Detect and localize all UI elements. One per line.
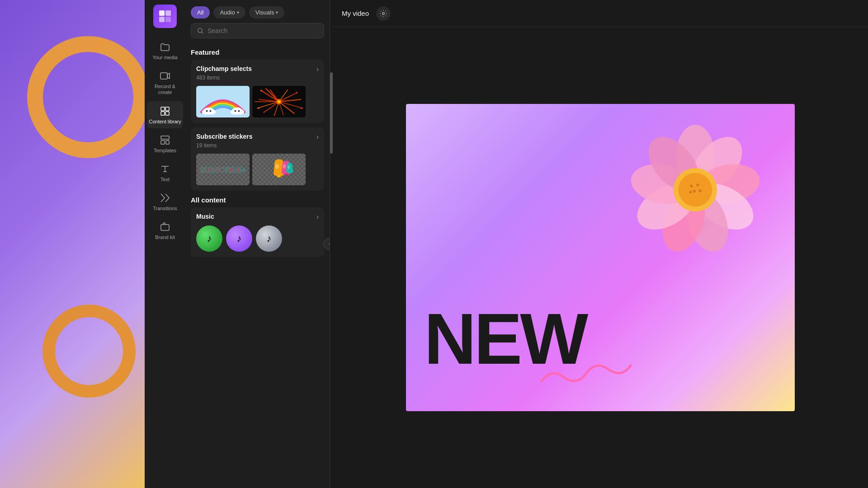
svg-point-83 [689, 191, 692, 193]
collection-header: Clipchamp selects 483 items › [196, 65, 319, 81]
svg-point-19 [210, 110, 212, 112]
music-arrow-icon: › [316, 213, 319, 221]
sidebar: Your media Record &create Content librar… [145, 0, 185, 488]
flower-decoration [623, 117, 768, 281]
subscribe-thumbs: SUBSCRIBE+ SUBSCRIBE+ [196, 154, 319, 185]
sidebar-item-your-media[interactable]: Your media [147, 37, 183, 64]
svg-rect-5 [161, 107, 165, 111]
svg-point-46 [274, 114, 275, 116]
sidebar-item-label-text: Text [160, 177, 170, 183]
svg-point-13 [198, 28, 202, 33]
subscribe-arrow-icon: › [316, 133, 319, 141]
filter-visuals-button[interactable]: Visuals ▾ [249, 6, 285, 19]
svg-point-79 [690, 184, 693, 187]
collection-thumbs [196, 86, 319, 117]
svg-rect-0 [159, 10, 165, 16]
music-note-3-icon: ♪ [267, 233, 272, 244]
folder-icon [160, 42, 170, 52]
search-icon [197, 27, 204, 34]
sidebar-item-label-content-library: Content library [149, 119, 181, 125]
svg-point-17 [208, 109, 216, 115]
visuals-chevron-icon: ▾ [276, 10, 278, 15]
subscribe-collection-count: 19 items [196, 142, 217, 149]
right-header: My video [333, 0, 868, 27]
svg-rect-1 [165, 10, 171, 16]
rainbow-svg [196, 86, 250, 117]
svg-text:SUBSCRIBE+: SUBSCRIBE+ [200, 166, 246, 174]
content-library-icon [160, 106, 170, 117]
settings-icon-button[interactable] [376, 6, 391, 21]
svg-point-43 [296, 92, 297, 94]
subscribe-svg: SUBSCRIBE+ SUBSCRIBE+ [196, 154, 250, 185]
svg-point-23 [235, 110, 236, 112]
subscribe-collection-header: Subscribe stickers 19 items › [196, 133, 319, 149]
filter-all-button[interactable]: All [191, 6, 210, 19]
music-note-icon: ♪ [207, 233, 212, 244]
music-circles: ♪ ♪ ♪ [196, 225, 319, 252]
music-title: Music [196, 213, 214, 220]
brand-kit-icon [160, 221, 170, 232]
sidebar-item-text[interactable]: Text [147, 159, 183, 186]
svg-rect-3 [165, 17, 171, 22]
subscribe-collection-info: Subscribe stickers 19 items [196, 133, 253, 149]
svg-point-45 [301, 108, 302, 109]
svg-point-65 [283, 164, 286, 169]
content-scroll: Featured Clipchamp selects 483 items › [185, 43, 330, 488]
svg-point-42 [260, 89, 262, 91]
svg-point-22 [236, 109, 245, 115]
right-panel: My video [333, 0, 868, 488]
content-panel: All Audio ▾ Visuals ▾ Featured Clipchamp [185, 0, 330, 488]
filter-bar: All Audio ▾ Visuals ▾ [185, 0, 330, 23]
svg-rect-9 [161, 136, 169, 139]
search-input[interactable] [208, 27, 318, 34]
svg-rect-4 [160, 73, 167, 79]
svg-point-78 [679, 173, 712, 207]
collection-info: Clipchamp selects 483 items [196, 65, 252, 81]
sidebar-item-brand-kit[interactable]: Brand kit [147, 217, 183, 244]
svg-rect-6 [165, 107, 169, 111]
sidebar-item-content-library[interactable]: Content library [147, 101, 183, 128]
svg-rect-63 [284, 174, 288, 175]
music-card[interactable]: Music › ♪ ♪ ♪ [191, 207, 324, 257]
sidebar-item-transitions[interactable]: Transitions [147, 188, 183, 215]
svg-point-24 [238, 110, 240, 112]
collection-title: Clipchamp selects [196, 65, 252, 72]
svg-rect-12 [161, 225, 169, 230]
sidebar-item-templates[interactable]: Templates [147, 130, 183, 157]
sidebar-item-label-your-media: Your media [152, 55, 177, 61]
collection-thumb-spark [252, 86, 306, 117]
search-box [191, 23, 324, 38]
transitions-icon [160, 192, 170, 203]
svg-point-67 [382, 12, 385, 14]
sidebar-item-label-transitions: Transitions [153, 206, 177, 211]
music-circle-green: ♪ [196, 225, 222, 252]
sidebar-item-label-record-create: Record &create [155, 84, 175, 95]
app-logo[interactable] [153, 5, 177, 28]
bells-thumb [252, 154, 306, 185]
preview-area: NEW [333, 27, 868, 488]
svg-point-66 [288, 165, 290, 169]
sidebar-item-record-create[interactable]: Record &create [147, 66, 183, 99]
clipchamp-selects-card[interactable]: Clipchamp selects 483 items › [191, 60, 324, 123]
svg-point-80 [696, 183, 699, 186]
collection-count: 483 items [196, 75, 220, 81]
svg-point-82 [698, 189, 701, 192]
svg-point-44 [258, 108, 259, 109]
svg-rect-8 [165, 112, 169, 115]
templates-icon [160, 135, 170, 145]
bells-svg [252, 154, 306, 185]
sidebar-item-label-brand-kit: Brand kit [155, 235, 175, 240]
text-icon [160, 164, 170, 174]
svg-point-64 [275, 164, 279, 169]
spark-svg [252, 86, 306, 117]
subscribe-stickers-card[interactable]: Subscribe stickers 19 items › [191, 127, 324, 191]
collection-arrow-icon: › [316, 65, 319, 73]
audio-chevron-icon: ▾ [237, 10, 239, 15]
filter-audio-button[interactable]: Audio ▾ [213, 6, 245, 19]
collection-thumb-rainbow [196, 86, 250, 117]
sidebar-item-label-templates: Templates [154, 148, 176, 154]
music-header: Music › [196, 213, 319, 221]
record-icon [160, 70, 170, 81]
svg-rect-10 [161, 141, 165, 144]
svg-point-62 [277, 175, 281, 177]
